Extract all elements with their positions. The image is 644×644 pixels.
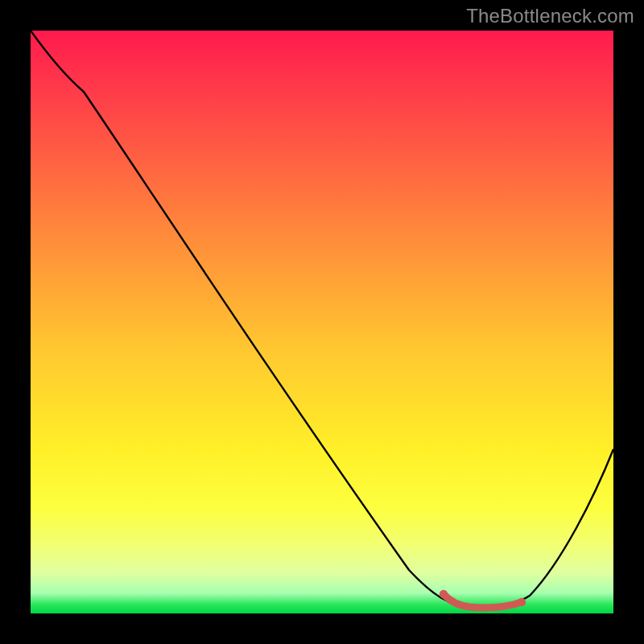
highlight-start-cap: [440, 590, 448, 598]
watermark-text: TheBottleneck.com: [466, 5, 634, 27]
optimal-range-highlight: [31, 31, 613, 613]
chart-plot-area: [31, 31, 613, 613]
highlight-path: [444, 594, 522, 608]
highlight-end-cap: [518, 598, 526, 606]
